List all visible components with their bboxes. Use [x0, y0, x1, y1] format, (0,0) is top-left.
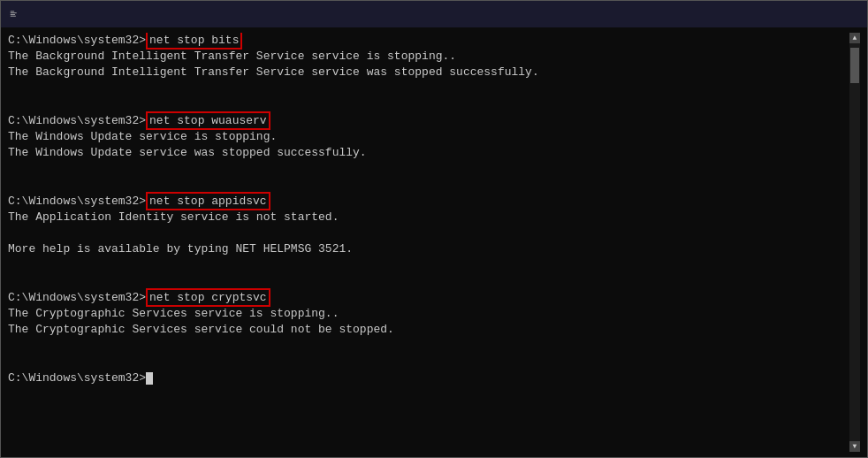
prompt-text: C:\Windows\system32> — [8, 371, 146, 385]
console-line — [8, 355, 849, 370]
svg-rect-1 — [11, 11, 14, 12]
window-controls — [738, 1, 860, 27]
console-line — [8, 258, 849, 274]
command-highlight: net stop appidsvc — [146, 192, 270, 210]
console-line — [8, 97, 849, 113]
window-icon — [8, 7, 22, 21]
scroll-up-button[interactable]: ▲ — [849, 33, 860, 43]
title-bar — [1, 1, 867, 27]
cursor — [146, 372, 153, 385]
scrollbar-thumb[interactable] — [850, 48, 859, 83]
close-button[interactable] — [819, 1, 860, 27]
console-line — [8, 178, 849, 194]
console-line: C:\Windows\system32>net stop wuauserv — [8, 113, 849, 129]
console-line: C:\Windows\system32>net stop bits — [8, 33, 849, 49]
console-area[interactable]: C:\Windows\system32>net stop bitsThe Bac… — [1, 27, 867, 457]
console-line: The Application Identity service is not … — [8, 210, 849, 225]
prompt-text: C:\Windows\system32> — [8, 114, 146, 127]
console-line: The Background Intelligent Transfer Serv… — [8, 65, 849, 80]
console-line: The Windows Update service was stopped s… — [8, 145, 849, 161]
prompt-text: C:\Windows\system32> — [8, 291, 146, 304]
command-highlight: net stop bits — [146, 33, 242, 50]
console-line: C:\Windows\system32>net stop cryptsvc — [8, 290, 849, 306]
console-line — [8, 274, 849, 290]
window: C:\Windows\system32>net stop bitsThe Bac… — [0, 0, 868, 458]
svg-rect-4 — [11, 16, 16, 17]
scroll-down-button[interactable]: ▼ — [849, 441, 860, 452]
maximize-button[interactable] — [779, 1, 819, 27]
console-line — [8, 225, 849, 241]
console-line: The Cryptographic Services service could… — [8, 322, 849, 338]
console-line: The Background Intelligent Transfer Serv… — [8, 49, 849, 65]
command-highlight: net stop cryptsvc — [146, 288, 270, 307]
console-line: C:\Windows\system32> — [8, 370, 849, 386]
console-line: The Windows Update service is stopping. — [8, 129, 849, 145]
scrollbar-track[interactable] — [849, 43, 860, 441]
console-content: C:\Windows\system32>net stop bitsThe Bac… — [8, 33, 849, 452]
console-line: C:\Windows\system32>net stop appidsvc — [8, 194, 849, 210]
console-line — [8, 339, 849, 355]
prompt-text: C:\Windows\system32> — [8, 195, 146, 208]
scrollbar[interactable]: ▲ ▼ — [849, 33, 860, 452]
svg-rect-3 — [11, 14, 15, 15]
console-line: More help is available by typing NET HEL… — [8, 241, 849, 257]
prompt-text: C:\Windows\system32> — [8, 34, 146, 47]
console-line — [8, 162, 849, 178]
console-line: The Cryptographic Services service is st… — [8, 306, 849, 322]
svg-rect-2 — [11, 12, 17, 13]
command-highlight: net stop wuauserv — [146, 111, 270, 130]
console-line — [8, 81, 849, 97]
minimize-button[interactable] — [738, 1, 779, 27]
